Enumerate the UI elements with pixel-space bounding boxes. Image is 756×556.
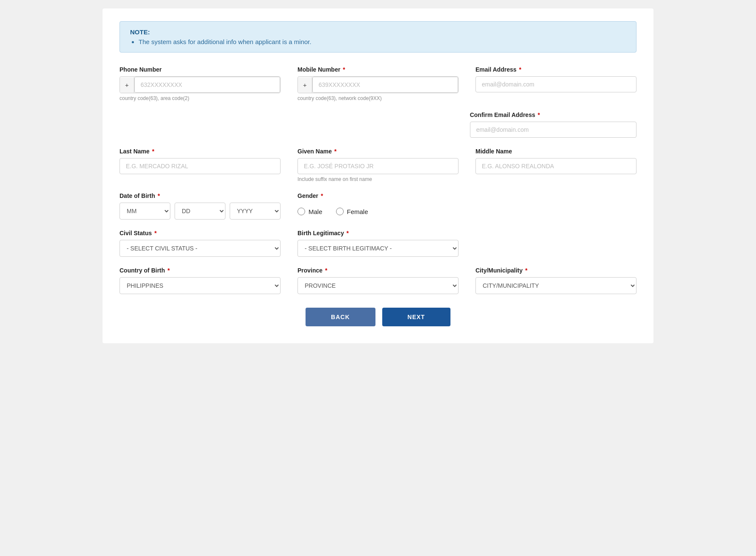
next-button[interactable]: NEXT: [382, 308, 450, 326]
col-middle-name: Middle Name: [475, 148, 636, 174]
email-input[interactable]: [475, 76, 636, 92]
province-select[interactable]: PROVINCE: [297, 277, 459, 294]
civil-status-label: Civil Status *: [120, 230, 281, 236]
country-birth-select[interactable]: PHILIPPINES: [120, 277, 281, 294]
row-civil-legitimacy: Civil Status * - SELECT CIVIL STATUS - S…: [120, 230, 636, 257]
gender-female-label: Female: [347, 208, 368, 215]
phone-input[interactable]: [134, 77, 280, 93]
gender-options: Male Female: [297, 208, 459, 215]
mobile-label: Mobile Number *: [297, 66, 459, 73]
col-birth-legitimacy: Birth Legitimacy * - SELECT BIRTH LEGITI…: [297, 230, 459, 257]
note-box: NOTE: The system asks for additional inf…: [120, 21, 636, 53]
confirm-email-input[interactable]: [470, 122, 636, 138]
dob-month-select[interactable]: MM 010203 040506 070809 101112: [120, 203, 170, 220]
confirm-email-required: *: [538, 111, 540, 118]
given-name-label: Given Name *: [297, 148, 459, 155]
col-email: Email Address *: [475, 66, 636, 92]
dob-year-select[interactable]: YYYY: [230, 203, 281, 220]
gender-female-option[interactable]: Female: [336, 208, 368, 215]
last-name-input[interactable]: [120, 158, 281, 174]
col-mobile: Mobile Number * + country code(63), netw…: [297, 66, 459, 101]
phone-hint: country code(63), area code(2): [120, 95, 281, 101]
note-title: NOTE:: [130, 28, 626, 36]
last-name-required: *: [152, 148, 154, 155]
form-container: NOTE: The system asks for additional inf…: [103, 8, 653, 343]
col-given-name: Given Name * Include suffix name on firs…: [297, 148, 459, 182]
civil-status-required: *: [154, 230, 156, 236]
gender-male-label: Male: [309, 208, 322, 215]
row-confirm-email: Confirm Email Address *: [120, 111, 636, 138]
col-city-municipality: City/Municipality * CITY/MUNICIPALITY: [475, 267, 636, 294]
email-required: *: [519, 66, 521, 73]
given-name-hint: Include suffix name on first name: [297, 176, 459, 182]
col-civil-status: Civil Status * - SELECT CIVIL STATUS - S…: [120, 230, 281, 257]
gender-label: Gender *: [297, 192, 459, 199]
col-country-birth: Country of Birth * PHILIPPINES: [120, 267, 281, 294]
col-phone: Phone Number + country code(63), area co…: [120, 66, 281, 101]
country-birth-required: *: [167, 267, 170, 274]
country-birth-label: Country of Birth *: [120, 267, 281, 274]
dob-day-select[interactable]: DD: [175, 203, 225, 220]
col-province: Province * PROVINCE: [297, 267, 459, 294]
mobile-hint: country code(63), network code(9XX): [297, 95, 459, 101]
city-municipality-label: City/Municipality *: [475, 267, 636, 274]
gender-male-option[interactable]: Male: [297, 208, 322, 215]
mobile-required: *: [343, 66, 345, 73]
row-dob-gender: Date of Birth * MM 010203 040506 070809 …: [120, 192, 636, 220]
dob-label: Date of Birth *: [120, 192, 281, 199]
given-name-input[interactable]: [297, 158, 459, 174]
mobile-input[interactable]: [312, 77, 458, 93]
province-required: *: [325, 267, 327, 274]
civil-status-select[interactable]: - SELECT CIVIL STATUS - Single Married W…: [120, 240, 281, 257]
note-bullet: The system asks for additional info when…: [139, 38, 626, 45]
birth-legitimacy-label: Birth Legitimacy *: [297, 230, 459, 236]
row-names: Last Name * Given Name * Include suffix …: [120, 148, 636, 182]
mobile-prefix: +: [298, 77, 312, 93]
province-label: Province *: [297, 267, 459, 274]
middle-name-label: Middle Name: [475, 148, 636, 155]
gender-required: *: [321, 192, 323, 199]
last-name-label: Last Name *: [120, 148, 281, 155]
row-contact: Phone Number + country code(63), area co…: [120, 66, 636, 101]
button-row: BACK NEXT: [120, 308, 636, 326]
dob-selects: MM 010203 040506 070809 101112 DD YYYY: [120, 203, 281, 220]
given-name-required: *: [334, 148, 336, 155]
dob-required: *: [158, 192, 160, 199]
email-label: Email Address *: [475, 66, 636, 73]
col-dob: Date of Birth * MM 010203 040506 070809 …: [120, 192, 281, 220]
row-location: Country of Birth * PHILIPPINES Province …: [120, 267, 636, 294]
city-municipality-select[interactable]: CITY/MUNICIPALITY: [475, 277, 636, 294]
col-gender: Gender * Male Female: [297, 192, 459, 215]
phone-input-group: +: [120, 76, 281, 93]
gender-female-radio[interactable]: [336, 208, 344, 215]
mobile-input-group: +: [297, 76, 459, 93]
city-municipality-required: *: [525, 267, 527, 274]
birth-legitimacy-required: *: [347, 230, 349, 236]
back-button[interactable]: BACK: [306, 308, 375, 326]
middle-name-input[interactable]: [475, 158, 636, 174]
col-confirm-email: Confirm Email Address *: [470, 111, 636, 138]
phone-label: Phone Number: [120, 66, 281, 73]
confirm-email-label: Confirm Email Address *: [470, 111, 636, 118]
phone-prefix: +: [120, 77, 134, 93]
col-last-name: Last Name *: [120, 148, 281, 174]
gender-male-radio[interactable]: [297, 208, 305, 215]
birth-legitimacy-select[interactable]: - SELECT BIRTH LEGITIMACY - Legitimate I…: [297, 240, 459, 257]
